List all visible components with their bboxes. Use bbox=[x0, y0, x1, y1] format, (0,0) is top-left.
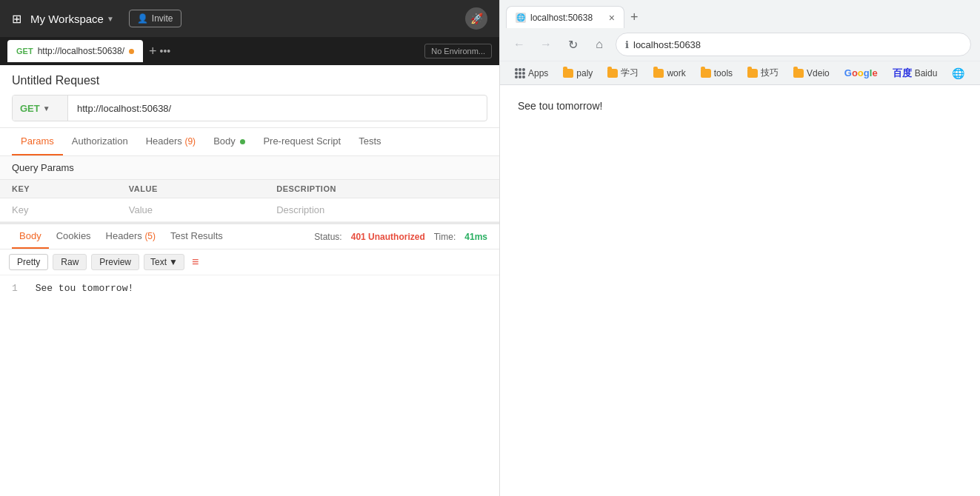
reload-icon: ↻ bbox=[568, 38, 578, 52]
response-body: 1 See tou tomorrow! bbox=[0, 275, 499, 496]
bookmarks-bar: Apps paly 学习 work tools 技巧 bbox=[500, 61, 980, 84]
browser-back-button[interactable]: ← bbox=[509, 34, 530, 55]
translate-icon: 🌐 bbox=[952, 67, 964, 79]
browser-forward-button[interactable]: → bbox=[536, 34, 556, 55]
value-column-header: VALUE bbox=[117, 180, 264, 198]
bookmark-work[interactable]: work bbox=[647, 66, 691, 81]
raw-button[interactable]: Raw bbox=[53, 254, 87, 270]
resp-tab-test-results[interactable]: Test Results bbox=[163, 224, 230, 249]
headers-badge: (9) bbox=[184, 136, 196, 147]
value-cell[interactable]: Value bbox=[117, 198, 264, 222]
key-column-header: KEY bbox=[0, 180, 117, 198]
browser-tab-title: localhost:50638 bbox=[530, 13, 604, 23]
tab-url-label: http://localhost:50638/ bbox=[38, 46, 124, 56]
invite-person-icon: 👤 bbox=[137, 13, 148, 24]
tools-label: tools bbox=[714, 68, 733, 78]
response-area: Body Cookies Headers (5) Test Results St… bbox=[0, 222, 499, 496]
browser-home-button[interactable]: ⌂ bbox=[589, 34, 610, 55]
bookmark-google[interactable]: Google bbox=[839, 65, 884, 81]
tab-headers[interactable]: Headers (9) bbox=[137, 128, 204, 155]
baidu-label: Baidu bbox=[915, 68, 938, 78]
word-wrap-icon[interactable]: ≡ bbox=[192, 255, 199, 269]
folder-icon bbox=[653, 69, 664, 78]
tab-params[interactable]: Params bbox=[12, 128, 63, 155]
user-avatar[interactable]: 🚀 bbox=[465, 7, 487, 30]
tab-body[interactable]: Body bbox=[204, 128, 254, 155]
bookmark-tools[interactable]: tools bbox=[695, 66, 739, 81]
google-icon: Google bbox=[844, 67, 878, 78]
browser-response-text: See tou tomorrow! bbox=[518, 100, 962, 112]
browser-reload-button[interactable]: ↻ bbox=[562, 34, 583, 55]
address-bar-input-wrap: ℹ bbox=[616, 33, 971, 56]
request-tab[interactable]: GET http://localhost:50638/ bbox=[7, 40, 143, 62]
tab-authorization[interactable]: Authorization bbox=[63, 128, 137, 155]
table-row: Key Value Description bbox=[0, 198, 499, 222]
request-title: Untitled Request bbox=[12, 74, 487, 87]
lock-icon: ℹ bbox=[625, 39, 629, 50]
folder-icon bbox=[701, 69, 711, 78]
tab-method-label: GET bbox=[16, 47, 33, 56]
bookmark-apps[interactable]: Apps bbox=[509, 66, 554, 81]
request-url-bar: GET ▼ bbox=[12, 95, 487, 121]
browser-tab-close-button[interactable]: × bbox=[609, 12, 615, 24]
bookmark-paly[interactable]: paly bbox=[557, 66, 599, 81]
postman-panel: ⊞ My Workspace ▼ 👤 Invite 🚀 GET http://l… bbox=[0, 0, 500, 496]
method-selector[interactable]: GET ▼ bbox=[13, 95, 68, 121]
response-content: See tou tomorrow! bbox=[36, 283, 134, 294]
browser-panel: 🌐 localhost:50638 × + ← → ↻ ⌂ ℹ bbox=[500, 0, 980, 496]
key-cell[interactable]: Key bbox=[0, 198, 117, 222]
tab-more-button[interactable]: ••• bbox=[160, 45, 171, 57]
tab-tests[interactable]: Tests bbox=[350, 128, 390, 155]
resp-tab-cookies[interactable]: Cookies bbox=[49, 224, 99, 249]
bookmark-study[interactable]: 学习 bbox=[601, 64, 644, 81]
apps-grid-icon bbox=[515, 68, 525, 78]
browser-chrome: 🌐 localhost:50638 × + ← → ↻ ⌂ ℹ bbox=[500, 0, 980, 85]
text-format-chevron-icon: ▼ bbox=[169, 257, 178, 267]
method-chevron-icon: ▼ bbox=[43, 104, 50, 113]
baidu-icon: 百度 bbox=[893, 67, 912, 80]
home-icon: ⌂ bbox=[596, 38, 603, 51]
browser-favicon: 🌐 bbox=[516, 13, 526, 23]
time-label: Time: bbox=[434, 232, 456, 242]
workspace-selector[interactable]: My Workspace ▼ bbox=[30, 13, 114, 25]
text-format-dropdown[interactable]: Text ▼ bbox=[144, 254, 184, 270]
query-params-label: Query Params bbox=[0, 156, 499, 180]
bookmark-vdeio[interactable]: Vdeio bbox=[787, 66, 836, 81]
new-tab-button[interactable]: + bbox=[149, 44, 157, 59]
bookmark-baidu[interactable]: 百度 Baidu bbox=[887, 64, 944, 82]
bookmark-tips[interactable]: 技巧 bbox=[741, 64, 784, 81]
bookmark-translate[interactable]: 🌐 bbox=[946, 65, 970, 81]
tab-modified-indicator bbox=[129, 49, 134, 54]
resp-tab-body[interactable]: Body bbox=[12, 224, 49, 249]
environment-selector[interactable]: No Environm... bbox=[424, 44, 492, 58]
tab-pre-request[interactable]: Pre-request Script bbox=[254, 128, 350, 155]
apps-label: Apps bbox=[528, 68, 548, 78]
forward-icon: → bbox=[540, 38, 552, 51]
paly-label: paly bbox=[576, 68, 593, 78]
description-column-header: DESCRIPTION bbox=[264, 180, 499, 198]
workspace-chevron-icon: ▼ bbox=[107, 15, 114, 23]
browser-tab-active[interactable]: 🌐 localhost:50638 × bbox=[506, 6, 624, 28]
response-tabs-row: Body Cookies Headers (5) Test Results St… bbox=[0, 224, 499, 249]
address-input[interactable] bbox=[633, 39, 961, 50]
response-status: Status: 401 Unauthorized Time: 41ms bbox=[314, 232, 487, 242]
description-cell[interactable]: Description bbox=[264, 198, 499, 222]
response-toolbar: Pretty Raw Preview Text ▼ ≡ bbox=[0, 249, 499, 275]
status-value: 401 Unauthorized bbox=[351, 232, 425, 242]
request-tabs-row: Params Authorization Headers (9) Body Pr… bbox=[0, 128, 499, 156]
grid-icon: ⊞ bbox=[12, 12, 21, 26]
tab-bar: GET http://localhost:50638/ + ••• No Env… bbox=[0, 37, 499, 65]
back-icon: ← bbox=[513, 38, 525, 51]
vdeio-label: Vdeio bbox=[807, 68, 830, 78]
browser-new-tab-button[interactable]: + bbox=[624, 6, 644, 28]
request-area: Untitled Request GET ▼ bbox=[0, 65, 499, 128]
url-input[interactable] bbox=[68, 103, 487, 114]
invite-button[interactable]: 👤 Invite bbox=[129, 10, 181, 27]
postman-header: ⊞ My Workspace ▼ 👤 Invite 🚀 bbox=[0, 0, 499, 37]
header-right: 🚀 bbox=[465, 7, 487, 30]
resp-tab-headers[interactable]: Headers (5) bbox=[99, 224, 163, 249]
pretty-button[interactable]: Pretty bbox=[9, 254, 48, 270]
folder-icon bbox=[563, 69, 573, 78]
preview-button[interactable]: Preview bbox=[91, 254, 139, 270]
status-label: Status: bbox=[314, 232, 341, 242]
